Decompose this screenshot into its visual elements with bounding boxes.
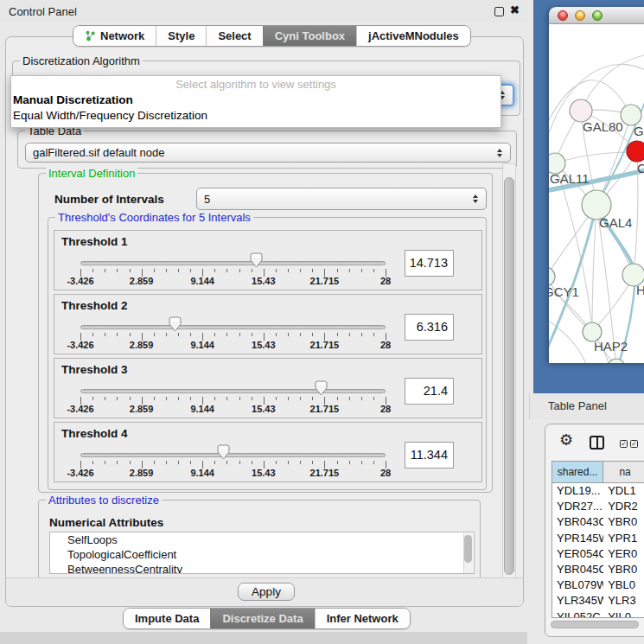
slider-tick bbox=[117, 269, 118, 272]
network-node[interactable] bbox=[621, 105, 641, 125]
tick-label: 21.715 bbox=[310, 404, 340, 414]
close-traffic-light-icon[interactable] bbox=[558, 10, 568, 21]
slider-tick bbox=[190, 461, 191, 464]
tab-network[interactable]: Network bbox=[73, 26, 156, 46]
slider-tick bbox=[361, 333, 362, 336]
gear-icon[interactable]: ⚙ bbox=[559, 430, 573, 450]
slider-tick bbox=[105, 397, 105, 400]
slider-tick bbox=[117, 461, 118, 464]
slider-tick bbox=[300, 269, 301, 272]
attribute-list-item[interactable]: TopologicalCoefficient bbox=[50, 547, 474, 562]
slider-tick bbox=[226, 397, 227, 400]
node-label: GAL80 bbox=[583, 119, 623, 134]
table-row[interactable]: YBR045CYBR0 bbox=[552, 562, 644, 577]
table-row[interactable]: YER054CYER0 bbox=[552, 546, 644, 562]
apply-button[interactable]: Apply bbox=[238, 583, 295, 601]
node-label: C bbox=[637, 161, 644, 175]
list-scrollbar-track[interactable] bbox=[463, 533, 473, 574]
table-cell: YBR0 bbox=[603, 562, 644, 577]
checkbox-icon[interactable]: ✓ bbox=[630, 440, 638, 448]
split-view-icon[interactable] bbox=[590, 436, 604, 450]
attribute-list-item[interactable]: BetweennessCentrality bbox=[50, 562, 474, 574]
slider-tick bbox=[92, 333, 93, 336]
network-window-titlebar[interactable] bbox=[549, 7, 644, 24]
node-label: GAL4 bbox=[599, 215, 632, 230]
number-of-intervals-combo[interactable]: 5 bbox=[196, 188, 487, 210]
slider-tick bbox=[361, 269, 362, 272]
checkbox-icon[interactable]: ✓ bbox=[620, 440, 628, 448]
threshold-value-field[interactable]: 21.4 bbox=[405, 378, 454, 405]
tab-select[interactable]: Select bbox=[206, 26, 262, 46]
table-row[interactable]: YBR043CYBR0 bbox=[552, 514, 644, 530]
table-row[interactable]: YDL19...YDL1 bbox=[552, 483, 644, 499]
slider-tick bbox=[373, 461, 374, 464]
slider-handle[interactable] bbox=[217, 444, 230, 463]
slider-tick bbox=[226, 269, 227, 272]
network-node[interactable] bbox=[627, 141, 644, 162]
attribute-list-item[interactable]: SelfLoops bbox=[50, 532, 474, 547]
table-row[interactable]: YLR345WYLR3 bbox=[552, 593, 644, 609]
slider-track[interactable] bbox=[80, 325, 386, 329]
tab-jactivemnodules[interactable]: jActiveMNodules bbox=[356, 26, 470, 46]
slider-tick bbox=[337, 333, 338, 336]
table-row[interactable]: YBL079WYBL0 bbox=[552, 577, 644, 593]
slider-tick bbox=[154, 269, 155, 272]
close-icon[interactable]: ✖ bbox=[510, 3, 520, 16]
tab-cyni-toolbox[interactable]: Cyni Toolbox bbox=[263, 26, 356, 46]
slider-handle[interactable] bbox=[315, 380, 328, 399]
tab-impute-data[interactable]: Impute Data bbox=[124, 609, 210, 628]
slider-tick bbox=[349, 333, 350, 336]
slider-tick bbox=[130, 269, 131, 272]
tab-infer-network[interactable]: Infer Network bbox=[315, 609, 410, 628]
table-cell: YLR345W bbox=[552, 593, 603, 609]
network-view-window[interactable]: GAL80GACGAL11GAL4GCY1HHAP2 bbox=[549, 7, 644, 363]
table-cell: YLR3 bbox=[603, 593, 644, 609]
numerical-attributes-list[interactable]: SelfLoopsTopologicalCoefficientBetweenne… bbox=[49, 532, 475, 574]
network-canvas[interactable]: GAL80GACGAL11GAL4GCY1HHAP2 bbox=[549, 24, 644, 363]
threshold-value-field[interactable]: 14.713 bbox=[405, 250, 454, 277]
minimize-traffic-light-icon[interactable] bbox=[575, 10, 585, 21]
statusbar-strip bbox=[0, 632, 527, 644]
zoom-traffic-light-icon[interactable] bbox=[592, 10, 603, 21]
horizontal-scrollbar-thumb[interactable] bbox=[551, 621, 639, 628]
threshold-value-field[interactable]: 11.344 bbox=[405, 442, 454, 469]
table-column-header[interactable]: na bbox=[603, 462, 644, 483]
tick-label: 28 bbox=[380, 276, 391, 286]
table-row[interactable]: YIL052CYIL0 bbox=[552, 609, 644, 619]
slider-tick bbox=[300, 397, 301, 400]
slider-tick bbox=[373, 397, 374, 400]
table-data-combo[interactable]: galFiltered.sif default node bbox=[25, 143, 511, 163]
list-scrollbar-thumb[interactable] bbox=[464, 535, 472, 563]
threshold-value-field[interactable]: 6.316 bbox=[405, 314, 454, 341]
slider-tick bbox=[312, 397, 313, 400]
slider-tick bbox=[190, 333, 191, 336]
slider-track[interactable] bbox=[80, 261, 386, 265]
slider-track[interactable] bbox=[80, 389, 386, 393]
table-row[interactable]: YPR145WYPR1 bbox=[552, 531, 644, 546]
algorithm-option[interactable]: Manual Discretization bbox=[11, 92, 501, 108]
node-label: GA bbox=[634, 124, 644, 138]
float-window-icon[interactable] bbox=[494, 7, 504, 16]
algorithm-option[interactable]: Equal Width/Frequency Discretization bbox=[11, 108, 501, 124]
slider-tick bbox=[337, 461, 338, 464]
bottom-tab-bar: Impute DataDiscretize DataInfer Network bbox=[123, 608, 411, 629]
table-row[interactable]: YDR27...YDR2 bbox=[552, 499, 644, 514]
node-label: HAP2 bbox=[594, 339, 628, 354]
slider-tick bbox=[166, 397, 167, 400]
table-cell: YBL079W bbox=[552, 577, 603, 593]
node-table[interactable]: shared...na YDL19...YDL1YDR27...YDR2YBR0… bbox=[552, 461, 644, 618]
table-data-group: Table Data galFiltered.sif default node bbox=[17, 131, 517, 169]
slider-handle[interactable] bbox=[250, 252, 263, 271]
slider-track[interactable] bbox=[80, 453, 386, 457]
table-column-header[interactable]: shared... bbox=[552, 462, 603, 483]
vertical-scrollbar-thumb[interactable] bbox=[504, 177, 514, 575]
slider-handle[interactable] bbox=[169, 316, 182, 335]
node-label: H bbox=[636, 283, 644, 297]
slider-tick bbox=[214, 461, 215, 464]
slider-tick bbox=[214, 333, 215, 336]
tab-style[interactable]: Style bbox=[156, 26, 206, 46]
tab-discretize-data[interactable]: Discretize Data bbox=[210, 609, 314, 628]
slider-tick bbox=[349, 397, 350, 400]
table-panel-titlebar: Table Panel bbox=[529, 393, 644, 419]
network-node[interactable] bbox=[549, 267, 555, 286]
